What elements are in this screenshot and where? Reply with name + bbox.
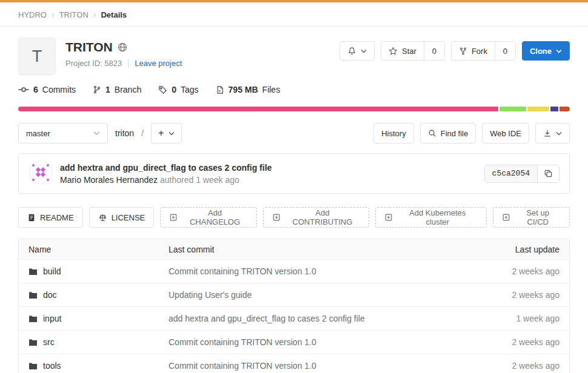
folder-icon <box>28 268 38 276</box>
readme-button[interactable]: README <box>18 207 83 228</box>
chevron-down-icon <box>169 131 175 136</box>
star-button[interactable]: Star <box>381 42 424 60</box>
globe-icon <box>118 42 127 52</box>
project-avatar: T <box>18 38 56 75</box>
copy-icon <box>544 169 553 178</box>
add-contributing-button[interactable]: Add CONTRIBUTING <box>263 207 369 228</box>
fork-label: Fork <box>472 47 487 56</box>
row-commit-link[interactable]: Commit containing TRITON version 1.0 <box>169 361 316 371</box>
row-commit-link[interactable]: Updating User's guide <box>169 290 252 300</box>
setup-cicd-label: Set up CI/CD <box>515 208 561 226</box>
table-row-input[interactable]: input add hextra and gpu_direct_flag to … <box>19 306 569 330</box>
stat-commits[interactable]: 6 Commits <box>18 85 76 94</box>
repo-path-root[interactable]: triton <box>115 128 134 138</box>
branch-selector[interactable]: master <box>18 123 108 144</box>
readme-label: README <box>40 213 74 222</box>
table-row-build[interactable]: build Commit containing TRITON version 1… <box>19 259 569 283</box>
download-button[interactable] <box>535 123 570 144</box>
last-commit-panel: add hextra and gpu_direct_flag to cases … <box>18 153 570 194</box>
clone-button[interactable]: Clone <box>522 41 570 61</box>
commit-title-link[interactable]: add hextra and gpu_direct_flag to cases … <box>60 163 272 173</box>
project-stats: 6 Commits 1 Branch 0 Tags <box>18 85 570 94</box>
file-name[interactable]: src <box>43 337 55 347</box>
commit-author-avatar[interactable] <box>28 160 53 187</box>
plus-icon: + <box>158 128 164 138</box>
table-row-doc[interactable]: doc Updating User's guide 2 weeks ago <box>19 283 569 306</box>
add-changelog-label: Add CHANGELOG <box>182 208 247 226</box>
branch-icon <box>93 85 101 94</box>
table-row-tools[interactable]: tools Commit containing TRITON version 1… <box>19 354 569 373</box>
license-button[interactable]: LICENSE <box>89 207 155 228</box>
row-last-update: 2 weeks ago <box>475 266 560 276</box>
language-segment-4 <box>550 107 559 111</box>
breadcrumb-separator: › <box>52 10 55 19</box>
add-file-button[interactable]: + <box>151 123 182 144</box>
folder-icon <box>28 291 38 299</box>
table-row-src[interactable]: src Commit containing TRITON version 1.0… <box>19 330 569 354</box>
plus-square-icon <box>272 213 281 222</box>
notifications-button[interactable] <box>339 41 375 61</box>
stat-branches[interactable]: 1 Branch <box>93 85 141 94</box>
header-last-commit: Last commit <box>169 245 475 254</box>
add-kubernetes-cluster-button[interactable]: Add Kubernetes cluster <box>375 207 487 228</box>
clone-label: Clone <box>530 47 552 56</box>
language-segment-1 <box>18 107 498 111</box>
language-segment-2 <box>499 107 527 111</box>
file-tree-table: Name Last commit Last update build Commi… <box>18 239 570 373</box>
stat-branches-label: Branch <box>115 85 141 94</box>
commit-meta: authored 1 week ago <box>160 175 239 185</box>
branch-selector-value: master <box>26 129 50 138</box>
commit-author-name[interactable]: Mario Morales Hernandez <box>60 175 158 185</box>
chevron-down-icon <box>93 131 100 136</box>
scales-icon <box>98 213 107 222</box>
stat-tags[interactable]: 0 Tags <box>158 85 198 94</box>
add-contributing-label: Add CONTRIBUTING <box>285 208 360 226</box>
fork-icon <box>459 47 467 56</box>
breadcrumb-project[interactable]: TRITON <box>59 10 89 19</box>
setup-cicd-button[interactable]: Set up CI/CD <box>493 207 570 228</box>
file-name[interactable]: build <box>43 266 61 276</box>
breadcrumb-group[interactable]: HYDRO <box>18 10 47 19</box>
add-changelog-button[interactable]: Add CHANGELOG <box>160 207 256 228</box>
commit-sha: c5ca2054 <box>485 165 537 182</box>
star-button-group: Star 0 <box>381 41 445 61</box>
leave-project-link[interactable]: Leave project <box>135 59 182 68</box>
file-name[interactable]: doc <box>43 290 57 300</box>
row-commit-link[interactable]: Commit containing TRITON version 1.0 <box>169 337 316 347</box>
web-ide-label: Web IDE <box>490 129 521 138</box>
row-last-update: 2 weeks ago <box>475 290 560 300</box>
file-name[interactable]: tools <box>43 361 61 371</box>
fork-count[interactable]: 0 <box>495 42 515 60</box>
breadcrumb-separator: › <box>93 10 96 19</box>
stat-files[interactable]: 795 MB Files <box>216 85 281 94</box>
chevron-down-icon <box>556 131 562 136</box>
language-bar[interactable] <box>18 107 570 111</box>
folder-icon <box>28 362 38 370</box>
plus-square-icon <box>502 213 510 222</box>
copy-sha-button[interactable] <box>537 165 559 182</box>
stat-files-label: Files <box>262 85 281 94</box>
license-label: LICENSE <box>112 213 145 222</box>
row-commit-link[interactable]: Commit containing TRITON version 1.0 <box>169 266 316 276</box>
project-id: Project ID: 5823 <box>65 59 122 68</box>
fork-button[interactable]: Fork <box>452 42 495 60</box>
project-header: T TRITON Project ID: 5823 Leave project <box>18 38 570 75</box>
stat-tags-label: Tags <box>181 85 199 94</box>
row-last-update: 1 week ago <box>475 314 560 323</box>
row-last-update: 2 weeks ago <box>475 361 560 371</box>
history-button[interactable]: History <box>373 123 413 144</box>
path-separator: / <box>141 128 144 138</box>
breadcrumb-divider <box>0 26 588 27</box>
project-title: TRITON <box>65 40 113 54</box>
table-header-row: Name Last commit Last update <box>19 239 569 259</box>
quick-actions-row: README LICENSE Add CHANGELOG <box>18 207 570 228</box>
fork-button-group: Fork 0 <box>451 41 516 61</box>
star-count[interactable]: 0 <box>424 42 444 60</box>
tag-icon <box>158 85 167 94</box>
row-commit-link[interactable]: add hextra and gpu_direct_flag to cases … <box>169 314 365 323</box>
file-name[interactable]: input <box>43 314 61 323</box>
find-file-button[interactable]: Find file <box>420 123 476 144</box>
row-last-update: 2 weeks ago <box>475 337 560 347</box>
web-ide-button[interactable]: Web IDE <box>482 123 529 144</box>
chevron-down-icon <box>361 49 367 53</box>
